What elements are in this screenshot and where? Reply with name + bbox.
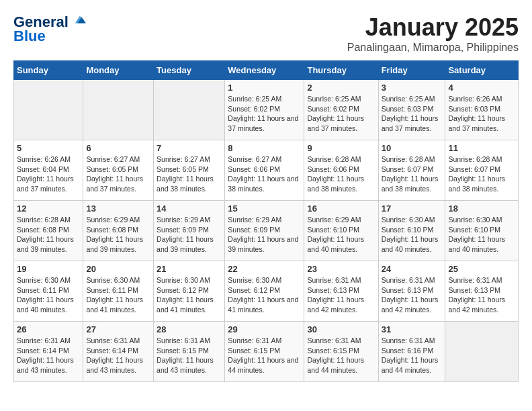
- table-row: 12Sunrise: 6:28 AMSunset: 6:08 PMDayligh…: [14, 201, 83, 261]
- day-number: 14: [157, 203, 222, 214]
- calendar-week-row: 12Sunrise: 6:28 AMSunset: 6:08 PMDayligh…: [14, 201, 519, 261]
- table-row: [445, 322, 519, 382]
- header-tuesday: Tuesday: [154, 61, 225, 80]
- table-row: 27Sunrise: 6:31 AMSunset: 6:14 PMDayligh…: [83, 322, 154, 382]
- day-info: Sunrise: 6:28 AMSunset: 6:07 PMDaylight:…: [448, 154, 515, 194]
- day-number: 6: [86, 143, 150, 153]
- day-number: 20: [86, 264, 150, 274]
- day-info: Sunrise: 6:29 AMSunset: 6:10 PMDaylight:…: [307, 215, 375, 255]
- day-info: Sunrise: 6:28 AMSunset: 6:07 PMDaylight:…: [382, 154, 443, 194]
- table-row: 25Sunrise: 6:31 AMSunset: 6:13 PMDayligh…: [445, 261, 519, 322]
- table-row: [14, 80, 83, 140]
- table-row: 7Sunrise: 6:27 AMSunset: 6:05 PMDaylight…: [154, 140, 225, 201]
- day-number: 16: [307, 203, 375, 214]
- day-info: Sunrise: 6:26 AMSunset: 6:04 PMDaylight:…: [17, 154, 80, 194]
- day-number: 9: [307, 143, 375, 153]
- page-subtitle: Panalingaan, Mimaropa, Philippines: [347, 42, 519, 54]
- header-sunday: Sunday: [14, 61, 83, 80]
- table-row: 17Sunrise: 6:30 AMSunset: 6:10 PMDayligh…: [378, 201, 445, 261]
- day-number: 22: [228, 264, 301, 274]
- table-row: 28Sunrise: 6:31 AMSunset: 6:15 PMDayligh…: [154, 322, 225, 382]
- day-number: 26: [17, 324, 80, 334]
- calendar-week-row: 19Sunrise: 6:30 AMSunset: 6:11 PMDayligh…: [14, 261, 519, 322]
- day-info: Sunrise: 6:31 AMSunset: 6:13 PMDaylight:…: [448, 275, 515, 315]
- calendar-week-row: 26Sunrise: 6:31 AMSunset: 6:14 PMDayligh…: [14, 322, 519, 382]
- table-row: 5Sunrise: 6:26 AMSunset: 6:04 PMDaylight…: [14, 140, 83, 201]
- table-row: 9Sunrise: 6:28 AMSunset: 6:06 PMDaylight…: [304, 140, 378, 201]
- day-number: 7: [157, 143, 222, 153]
- day-number: 31: [382, 324, 443, 334]
- day-info: Sunrise: 6:30 AMSunset: 6:11 PMDaylight:…: [86, 275, 150, 315]
- day-number: 15: [228, 203, 301, 214]
- day-info: Sunrise: 6:27 AMSunset: 6:06 PMDaylight:…: [228, 154, 301, 194]
- day-info: Sunrise: 6:28 AMSunset: 6:08 PMDaylight:…: [17, 215, 80, 255]
- day-number: 4: [448, 83, 515, 93]
- day-info: Sunrise: 6:31 AMSunset: 6:14 PMDaylight:…: [17, 336, 80, 375]
- day-number: 3: [382, 83, 443, 93]
- table-row: 19Sunrise: 6:30 AMSunset: 6:11 PMDayligh…: [14, 261, 83, 322]
- table-row: 31Sunrise: 6:31 AMSunset: 6:16 PMDayligh…: [378, 322, 445, 382]
- day-info: Sunrise: 6:31 AMSunset: 6:14 PMDaylight:…: [86, 336, 150, 375]
- page-title: January 2025: [347, 13, 519, 42]
- day-info: Sunrise: 6:30 AMSunset: 6:12 PMDaylight:…: [228, 275, 301, 315]
- day-number: 27: [86, 324, 150, 334]
- table-row: 29Sunrise: 6:31 AMSunset: 6:15 PMDayligh…: [225, 322, 304, 382]
- header-monday: Monday: [83, 61, 154, 80]
- day-info: Sunrise: 6:26 AMSunset: 6:03 PMDaylight:…: [448, 94, 515, 134]
- table-row: 20Sunrise: 6:30 AMSunset: 6:11 PMDayligh…: [83, 261, 154, 322]
- table-row: 30Sunrise: 6:31 AMSunset: 6:15 PMDayligh…: [304, 322, 378, 382]
- day-number: 23: [307, 264, 375, 274]
- day-info: Sunrise: 6:30 AMSunset: 6:10 PMDaylight:…: [382, 215, 443, 255]
- day-info: Sunrise: 6:30 AMSunset: 6:12 PMDaylight:…: [157, 275, 222, 315]
- calendar-week-row: 5Sunrise: 6:26 AMSunset: 6:04 PMDaylight…: [14, 140, 519, 201]
- table-row: 6Sunrise: 6:27 AMSunset: 6:05 PMDaylight…: [83, 140, 154, 201]
- day-info: Sunrise: 6:31 AMSunset: 6:15 PMDaylight:…: [228, 336, 301, 375]
- day-number: 2: [307, 83, 375, 93]
- header-wednesday: Wednesday: [225, 61, 304, 80]
- day-info: Sunrise: 6:25 AMSunset: 6:03 PMDaylight:…: [382, 94, 443, 134]
- table-row: 22Sunrise: 6:30 AMSunset: 6:12 PMDayligh…: [225, 261, 304, 322]
- table-row: 23Sunrise: 6:31 AMSunset: 6:13 PMDayligh…: [304, 261, 378, 322]
- table-row: 16Sunrise: 6:29 AMSunset: 6:10 PMDayligh…: [304, 201, 378, 261]
- title-block: January 2025 Panalingaan, Mimaropa, Phil…: [347, 13, 519, 54]
- day-number: 12: [17, 203, 80, 214]
- table-row: [154, 80, 225, 140]
- day-number: 5: [17, 143, 80, 153]
- day-number: 1: [228, 83, 301, 93]
- day-number: 18: [448, 203, 515, 214]
- day-number: 19: [17, 264, 80, 274]
- table-row: 10Sunrise: 6:28 AMSunset: 6:07 PMDayligh…: [378, 140, 445, 201]
- calendar-table: Sunday Monday Tuesday Wednesday Thursday…: [13, 60, 519, 382]
- table-row: 11Sunrise: 6:28 AMSunset: 6:07 PMDayligh…: [445, 140, 519, 201]
- day-number: 29: [228, 324, 301, 334]
- day-info: Sunrise: 6:29 AMSunset: 6:09 PMDaylight:…: [228, 215, 301, 255]
- table-row: 2Sunrise: 6:25 AMSunset: 6:02 PMDaylight…: [304, 80, 378, 140]
- day-number: 11: [448, 143, 515, 153]
- day-number: 30: [307, 324, 375, 334]
- table-row: 24Sunrise: 6:31 AMSunset: 6:13 PMDayligh…: [378, 261, 445, 322]
- header-saturday: Saturday: [445, 61, 519, 80]
- calendar-week-row: 1Sunrise: 6:25 AMSunset: 6:02 PMDaylight…: [14, 80, 519, 140]
- day-number: 10: [382, 143, 443, 153]
- day-info: Sunrise: 6:29 AMSunset: 6:08 PMDaylight:…: [86, 215, 150, 255]
- day-info: Sunrise: 6:31 AMSunset: 6:16 PMDaylight:…: [382, 336, 443, 375]
- day-number: 25: [448, 264, 515, 274]
- day-number: 21: [157, 264, 222, 274]
- day-number: 8: [228, 143, 301, 153]
- day-number: 17: [382, 203, 443, 214]
- day-info: Sunrise: 6:30 AMSunset: 6:11 PMDaylight:…: [17, 275, 80, 315]
- logo: General Blue: [13, 13, 86, 45]
- day-info: Sunrise: 6:30 AMSunset: 6:10 PMDaylight:…: [448, 215, 515, 255]
- day-info: Sunrise: 6:28 AMSunset: 6:06 PMDaylight:…: [307, 154, 375, 194]
- day-number: 24: [382, 264, 443, 274]
- header-friday: Friday: [378, 61, 445, 80]
- table-row: 21Sunrise: 6:30 AMSunset: 6:12 PMDayligh…: [154, 261, 225, 322]
- header-thursday: Thursday: [304, 61, 378, 80]
- table-row: 14Sunrise: 6:29 AMSunset: 6:09 PMDayligh…: [154, 201, 225, 261]
- table-row: 8Sunrise: 6:27 AMSunset: 6:06 PMDaylight…: [225, 140, 304, 201]
- table-row: [83, 80, 154, 140]
- day-info: Sunrise: 6:31 AMSunset: 6:15 PMDaylight:…: [307, 336, 375, 375]
- table-row: 3Sunrise: 6:25 AMSunset: 6:03 PMDaylight…: [378, 80, 445, 140]
- table-row: 26Sunrise: 6:31 AMSunset: 6:14 PMDayligh…: [14, 322, 83, 382]
- table-row: 4Sunrise: 6:26 AMSunset: 6:03 PMDaylight…: [445, 80, 519, 140]
